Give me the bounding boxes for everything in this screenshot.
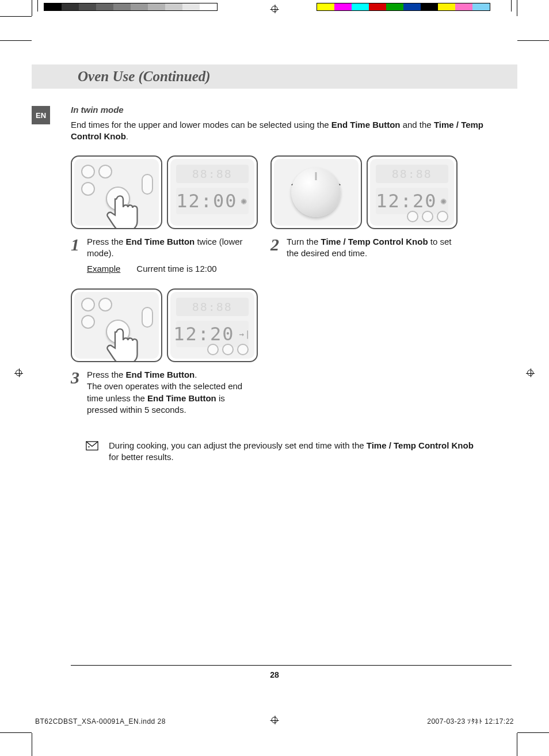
crop-mark [0, 732, 32, 733]
swatch [472, 3, 490, 10]
swatch [79, 3, 96, 10]
display-illustration: 88:88 12:00✺ [167, 155, 258, 229]
step-number: 3 [71, 369, 87, 416]
crop-mark [0, 40, 32, 41]
swatch [96, 3, 113, 10]
step-text: Turn the Time / Temp Control Knob to set… [287, 236, 458, 260]
swatch [438, 3, 455, 10]
panel-button-icon [437, 211, 448, 222]
panel-button-icon [98, 298, 112, 311]
swatch [148, 3, 165, 10]
text: End times for the upper and lower modes … [71, 120, 331, 130]
example-label: Example [87, 264, 120, 273]
registration-mark-left [14, 368, 23, 377]
bold-term: End Time Button [331, 120, 401, 130]
crop-tick [511, 0, 512, 12]
svg-point-1 [88, 446, 89, 447]
section-title: Oven Use (Continued) [32, 69, 211, 85]
blink-icon: ✺ [440, 195, 448, 207]
swatch [421, 3, 438, 10]
swatch [113, 3, 131, 10]
example-text: Current time is 12:00 [136, 264, 216, 273]
crop-mark [32, 733, 32, 756]
step-text: Press the End Time Button. The oven oper… [87, 369, 258, 416]
swatch [334, 3, 352, 10]
note-icon [86, 441, 98, 450]
section-title-bar: Oven Use (Continued) [32, 64, 517, 89]
text: for better results. [109, 452, 174, 462]
bold-term: End Time Button [126, 370, 195, 379]
print-footer: BT62CDBST_XSA-00091A_EN.indd 28 2007-03-… [35, 717, 514, 728]
end-time-icon: →| [239, 329, 251, 339]
swatch [386, 3, 403, 10]
display-illustration: 88:88 12:20→| [167, 288, 258, 362]
blink-icon: ✺ [241, 195, 248, 207]
panel-button-icon [142, 174, 153, 195]
press-button-illustration: →| [71, 288, 162, 362]
intro-paragraph: End times for the upper and lower modes … [71, 119, 512, 143]
panel-button-icon [222, 344, 234, 355]
display-value: 12:00 [176, 190, 237, 212]
swatch [44, 3, 62, 10]
text: Press the [87, 237, 126, 246]
display-value: 12:20 [376, 190, 437, 212]
knob-illustration [270, 155, 362, 229]
display-secondary: 88:88 [176, 298, 249, 316]
swatch [165, 3, 182, 10]
crop-tick [37, 0, 38, 12]
step-2-illustrations: 88:88 12:20✺ [270, 155, 458, 229]
text: Press the [87, 370, 126, 379]
color-swatch-bar [317, 3, 490, 11]
panel-button-icon [407, 211, 418, 222]
swatch [352, 3, 369, 10]
bold-term: Time / Temp Control Knob [321, 237, 428, 246]
panel-button-icon [207, 344, 219, 355]
content-column: In twin mode End times for the upper and… [71, 105, 512, 464]
step-text: Press the End Time Button twice (lower m… [87, 236, 258, 260]
step-1: →| 88:88 12:00✺ 1 [71, 155, 258, 274]
text: Turn the [287, 237, 321, 246]
bold-term: End Time Button [126, 237, 195, 246]
steps-row-1: →| 88:88 12:00✺ 1 [71, 155, 512, 274]
swatch [131, 3, 148, 10]
crop-mark [32, 0, 32, 16]
swatch [369, 3, 386, 10]
swatch [455, 3, 472, 10]
registration-mark-bottom [270, 716, 279, 724]
swatch [317, 3, 334, 10]
panel-button-icon [81, 182, 95, 196]
language-tab: EN [32, 106, 50, 124]
swatch [403, 3, 421, 10]
step-number: 1 [71, 236, 87, 260]
step-3-illustrations: →| 88:88 12:20→| [71, 288, 258, 362]
step-1-example: ExampleCurrent time is 12:00 [87, 264, 258, 273]
crop-mark [517, 0, 517, 16]
step-2: 88:88 12:20✺ 2 Turn the Time / [270, 155, 458, 274]
bold-term: Time / Temp Control Knob [367, 440, 474, 450]
display-secondary: 88:88 [376, 165, 449, 183]
crop-mark [517, 733, 517, 756]
swatch [182, 3, 200, 10]
display-primary: 12:00✺ [176, 188, 249, 214]
page-footer-rule [71, 665, 512, 666]
note-text: During cooking, you can adjust the previ… [109, 440, 477, 464]
display-value: 12:20 [173, 323, 234, 345]
panel-button-icon [81, 165, 95, 178]
swatch [200, 3, 217, 10]
step-2-desc: 2 Turn the Time / Temp Control Knob to s… [270, 236, 458, 260]
step-3: →| 88:88 12:20→| [71, 288, 258, 416]
note: During cooking, you can adjust the previ… [86, 440, 477, 464]
crop-mark [0, 16, 32, 17]
printer-marks [0, 3, 549, 11]
text: . [195, 370, 197, 379]
swatch [62, 3, 79, 10]
subheading: In twin mode [71, 105, 512, 115]
text: and the [401, 120, 434, 130]
bold-term: End Time Button [147, 393, 216, 403]
grayscale-swatch-bar [44, 3, 218, 11]
hand-press-icon [103, 192, 143, 229]
press-button-illustration: →| [71, 155, 162, 229]
registration-mark-top [270, 5, 279, 13]
step-1-desc: 1 Press the End Time Button twice (lower… [71, 236, 258, 260]
registration-mark-right [526, 368, 535, 377]
